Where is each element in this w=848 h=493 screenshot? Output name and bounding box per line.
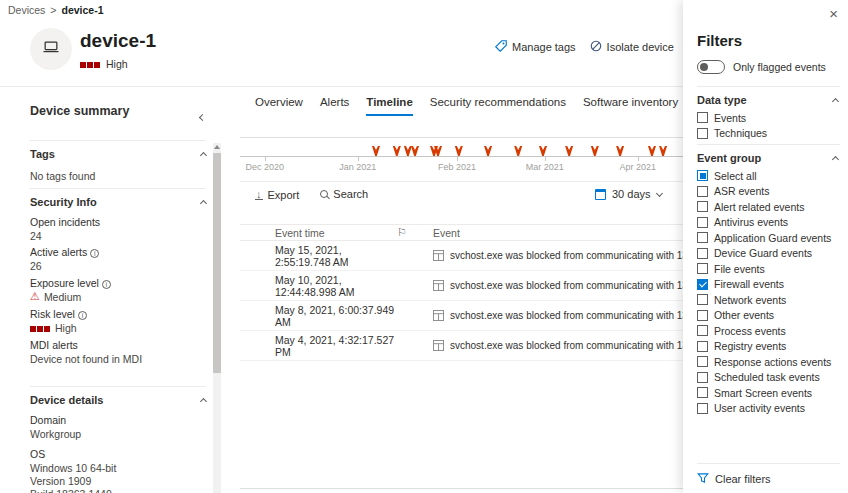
event-flag-marker[interactable] xyxy=(591,146,599,156)
tab-software-inventory[interactable]: Software inventory xyxy=(583,96,678,116)
close-icon[interactable] xyxy=(829,6,838,21)
filter-option-process-events[interactable]: Process events xyxy=(697,323,844,339)
device-details-section-header[interactable]: Device details xyxy=(30,394,206,406)
event-row[interactable]: May 8, 2021, 6:00:37.949 AMsvchost.exe w… xyxy=(240,301,683,331)
chevron-left-icon xyxy=(199,114,206,121)
checkbox-checked[interactable] xyxy=(697,279,708,290)
filter-option-response-actions-events[interactable]: Response actions events xyxy=(697,354,844,370)
event-group-section-header[interactable]: Event group xyxy=(697,152,838,164)
event-row[interactable]: May 4, 2021, 4:32:17.527 PMsvchost.exe w… xyxy=(240,331,683,361)
device-details-header-label: Device details xyxy=(30,394,103,406)
tab-timeline[interactable]: Timeline xyxy=(366,96,412,116)
risk-level-value: High xyxy=(30,322,77,334)
event-flag-marker[interactable] xyxy=(539,146,547,156)
os-value-line3: Build 18363.1440 xyxy=(30,488,112,493)
event-flag-marker[interactable] xyxy=(648,146,656,156)
checkbox-unchecked[interactable] xyxy=(697,201,708,212)
clear-filters-button[interactable]: Clear filters xyxy=(697,472,771,486)
filter-option-events[interactable]: Events xyxy=(697,110,844,126)
filter-option-asr-events[interactable]: ASR events xyxy=(697,184,844,200)
filter-option-other-events[interactable]: Other events xyxy=(697,308,844,324)
event-description: svchost.exe was blocked from communicati… xyxy=(450,310,683,321)
data-type-section-header[interactable]: Data type xyxy=(697,94,838,106)
checkbox-unchecked[interactable] xyxy=(697,186,708,197)
filter-option-select-all[interactable]: Select all xyxy=(697,168,844,184)
event-flag-marker[interactable] xyxy=(404,146,412,156)
checkbox-unchecked[interactable] xyxy=(697,356,708,367)
checkbox-unchecked[interactable] xyxy=(697,372,708,383)
checkbox-unchecked[interactable] xyxy=(697,341,708,352)
export-button[interactable]: Export xyxy=(255,189,299,201)
event-row[interactable]: May 10, 2021, 12:44:48.998 AMsvchost.exe… xyxy=(240,271,683,301)
info-icon[interactable] xyxy=(78,311,87,320)
checkbox-unchecked[interactable] xyxy=(697,248,708,259)
filter-option-file-events[interactable]: File events xyxy=(697,261,844,277)
checkbox-unchecked[interactable] xyxy=(697,128,708,139)
event-row[interactable]: May 15, 2021, 2:55:19.748 AMsvchost.exe … xyxy=(240,241,683,271)
search-button[interactable]: Search xyxy=(320,188,368,200)
event-flag-marker[interactable] xyxy=(484,146,492,156)
checkbox-unchecked[interactable] xyxy=(697,325,708,336)
column-header-event[interactable]: Event xyxy=(433,227,683,239)
timeline-toolbar: Export Search 30 days xyxy=(255,188,683,208)
only-flagged-events-label: Only flagged events xyxy=(733,61,826,73)
date-range-dropdown[interactable]: 30 days xyxy=(595,188,662,200)
filter-option-device-guard-events[interactable]: Device Guard events xyxy=(697,246,844,262)
checkbox-unchecked[interactable] xyxy=(697,112,708,123)
checkbox-unchecked[interactable] xyxy=(697,217,708,228)
risk-level-text: High xyxy=(106,58,128,70)
tab-security-recommendations[interactable]: Security recommendations xyxy=(430,96,566,116)
collapse-sidebar-button[interactable] xyxy=(200,106,205,124)
checkbox-unchecked[interactable] xyxy=(697,263,708,274)
security-info-section-header[interactable]: Security Info xyxy=(30,196,206,208)
filter-option-user-activity-events[interactable]: User activity events xyxy=(697,401,844,417)
event-flag-marker[interactable] xyxy=(372,146,380,156)
checkbox-unchecked[interactable] xyxy=(697,294,708,305)
scrollbar-up-arrow-icon[interactable] xyxy=(214,145,220,149)
filter-option-scheduled-task-events[interactable]: Scheduled task events xyxy=(697,370,844,386)
manage-tags-button[interactable]: Manage tags xyxy=(495,40,576,54)
filter-option-registry-events[interactable]: Registry events xyxy=(697,339,844,355)
info-icon[interactable] xyxy=(102,280,111,289)
toggle-off-icon[interactable] xyxy=(697,60,725,74)
filter-option-smart-screen-events[interactable]: Smart Screen events xyxy=(697,385,844,401)
event-flag-marker[interactable] xyxy=(659,146,667,156)
filter-option-application-guard-events[interactable]: Application Guard events xyxy=(697,230,844,246)
laptop-icon xyxy=(41,37,61,61)
event-flag-marker[interactable] xyxy=(411,146,419,156)
tags-section-header[interactable]: Tags xyxy=(30,148,206,160)
event-flag-marker[interactable] xyxy=(455,146,463,156)
checkbox-unchecked[interactable] xyxy=(697,387,708,398)
column-header-flag[interactable] xyxy=(397,226,433,239)
filter-option-antivirus-events[interactable]: Antivirus events xyxy=(697,215,844,231)
event-type-icon xyxy=(433,340,444,351)
filter-option-firewall-events[interactable]: Firewall events xyxy=(697,277,844,293)
scrollbar-thumb[interactable] xyxy=(213,153,221,373)
checkbox-label: Response actions events xyxy=(714,356,831,368)
event-flag-marker[interactable] xyxy=(616,146,624,156)
date-range-label: 30 days xyxy=(612,188,651,200)
axis-tick xyxy=(545,157,546,161)
isolate-device-button[interactable]: Isolate device xyxy=(590,40,674,54)
event-flag-marker[interactable] xyxy=(393,146,401,156)
info-icon[interactable] xyxy=(90,249,99,258)
tab-overview[interactable]: Overview xyxy=(255,96,303,116)
checkbox-unchecked[interactable] xyxy=(697,232,708,243)
page-title: device-1 xyxy=(80,30,156,52)
event-flag-marker[interactable] xyxy=(514,146,522,156)
filter-option-techniques[interactable]: Techniques xyxy=(697,126,844,142)
column-header-event-time[interactable]: Event time xyxy=(240,227,397,239)
checkbox-unchecked[interactable] xyxy=(697,403,708,414)
checkbox-unchecked[interactable] xyxy=(697,310,708,321)
filter-option-alert-related-events[interactable]: Alert related events xyxy=(697,199,844,215)
checkbox-label: Process events xyxy=(714,325,786,337)
tab-alerts[interactable]: Alerts xyxy=(320,96,349,116)
sidebar-scrollbar[interactable] xyxy=(213,143,221,493)
checkbox-indeterminate[interactable] xyxy=(697,170,708,181)
divider xyxy=(30,386,206,387)
event-flag-marker[interactable] xyxy=(565,146,573,156)
breadcrumb-root[interactable]: Devices xyxy=(8,4,45,16)
filter-option-network-events[interactable]: Network events xyxy=(697,292,844,308)
only-flagged-events-toggle-row[interactable]: Only flagged events xyxy=(697,60,826,74)
manage-tags-label: Manage tags xyxy=(512,41,576,53)
